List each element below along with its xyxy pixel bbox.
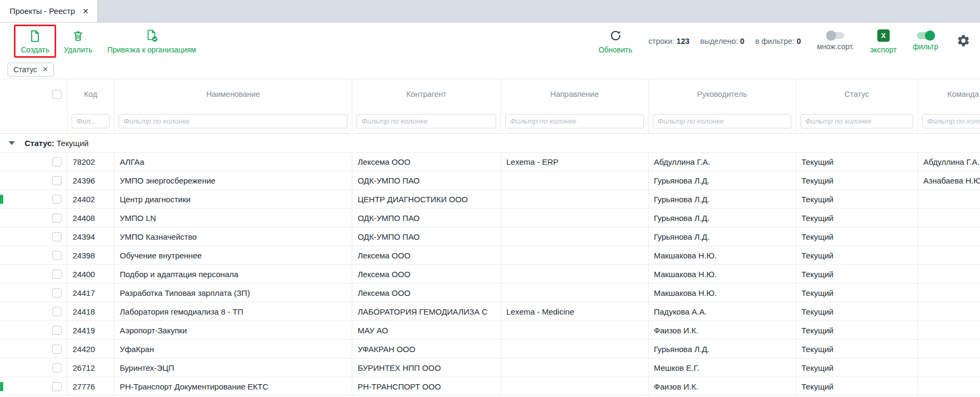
cell-team: Абдуллина Г.А. xyxy=(918,152,980,171)
link-organizations-button[interactable]: Привязка к организациям xyxy=(107,29,196,54)
refresh-button[interactable]: Обновить xyxy=(598,29,632,54)
cell-status: Текущий xyxy=(796,302,918,320)
table-row[interactable]: 24398 Обучение внутреннее Лексема ООО Ма… xyxy=(0,246,980,265)
create-button[interactable]: Создать xyxy=(21,29,49,54)
cell-direction xyxy=(501,246,649,264)
cell-status: Текущий xyxy=(796,284,918,302)
row-expand-cell xyxy=(0,209,24,227)
cell-name: Аэропорт-Закупки xyxy=(114,321,352,339)
group-row-label: Статус: Текущий xyxy=(24,139,89,148)
tab-projects-registry[interactable]: Проекты - Реестр ✕ xyxy=(0,0,98,22)
row-checkbox[interactable] xyxy=(52,288,61,297)
row-check-cell xyxy=(47,321,67,339)
header-handle-cell xyxy=(24,79,47,109)
table-row[interactable]: 24419 Аэропорт-Закупки МАУ АО Фаизов И.К… xyxy=(0,321,980,340)
manager-filter-input[interactable] xyxy=(653,114,791,128)
cell-team xyxy=(918,265,980,283)
row-expand-cell xyxy=(0,171,24,189)
row-checkbox[interactable] xyxy=(52,213,61,223)
table-row[interactable]: 24417 Разработка Типовая зарплата (ЗП) Л… xyxy=(0,284,980,302)
cell-code: 24396 xyxy=(67,171,114,189)
cell-status: Текущий xyxy=(796,246,918,264)
row-handle-cell xyxy=(24,227,47,246)
chip-close-icon[interactable]: ✕ xyxy=(42,65,48,73)
table-row[interactable]: 24408 УМПО LN ОДК-УМПО ПАО Гурьянова Л.Д… xyxy=(0,209,980,227)
cell-direction xyxy=(501,284,649,302)
cell-team xyxy=(918,302,980,320)
column-header-team[interactable]: Команда xyxy=(918,79,980,109)
table-row[interactable]: 24400 Подбор и адаптация персонала Лексе… xyxy=(0,265,980,284)
table-row[interactable]: 78202 АЛГАа Лексема ООО Lexema - ERP Абд… xyxy=(0,152,980,171)
table-row[interactable]: 24420 УфаКран УФАКРАН ООО Гурьянова Л.Д.… xyxy=(0,340,980,358)
collapse-group-icon[interactable] xyxy=(9,141,15,145)
select-all-checkbox[interactable] xyxy=(52,90,61,99)
cell-counterparty: РН-ТРАНСПОРТ ООО xyxy=(352,377,501,395)
cell-direction xyxy=(501,340,649,358)
row-expand-cell xyxy=(0,302,24,320)
cell-team xyxy=(918,358,980,377)
rows-count: строки: 123 xyxy=(649,37,690,45)
row-checkbox[interactable] xyxy=(52,251,61,260)
cell-counterparty: ОДК-УМПО ПАО xyxy=(352,227,501,246)
cell-name: АЛГАа xyxy=(114,152,352,171)
gear-icon xyxy=(956,34,970,49)
column-header-direction[interactable]: Направление xyxy=(501,79,649,109)
cell-team xyxy=(918,377,980,395)
cell-team xyxy=(918,227,980,246)
cell-code: 27776 xyxy=(67,377,114,395)
cell-manager: Мешков Е.Г. xyxy=(649,358,796,377)
column-header-counterparty[interactable]: Контрагент xyxy=(352,79,501,109)
cell-manager: Гурьянова Л.Д. xyxy=(649,171,796,189)
delete-button[interactable]: Удалить xyxy=(64,29,92,54)
status-filter-chip[interactable]: Статус ✕ xyxy=(7,63,54,77)
counterparty-filter-input[interactable] xyxy=(357,114,496,128)
cell-manager: Макшакова Н.Ю. xyxy=(649,265,796,283)
cell-counterparty: Лексема ООО xyxy=(352,265,501,283)
table-row[interactable]: 24402 Центр диагностики ЦЕНТР ДИАГНОСТИК… xyxy=(0,190,980,209)
table-row[interactable]: 24418 Лаборатория гемодиализа 8 - ТП ЛАБ… xyxy=(0,302,980,321)
table-row[interactable]: 27776 РН-Транспорт Документирование ЕКТС… xyxy=(0,377,980,396)
table-row[interactable]: 24394 УМПО Казначейство ОДК-УМПО ПАО Гур… xyxy=(0,227,980,246)
row-check-cell xyxy=(47,265,67,283)
row-handle-cell xyxy=(24,190,47,208)
cell-counterparty: Лексема ООО xyxy=(352,284,501,302)
export-button[interactable]: X экспорт xyxy=(870,29,897,54)
cell-team: Азнабаева Н.Ю. xyxy=(918,171,980,189)
settings-button[interactable] xyxy=(956,34,970,49)
row-checkbox[interactable] xyxy=(52,176,61,185)
column-header-code[interactable]: Код xyxy=(67,79,114,109)
name-filter-input[interactable] xyxy=(119,114,348,128)
table-row[interactable]: 26712 Буринтех-ЭЦП БУРИНТЕХ НПП ООО Мешк… xyxy=(0,358,980,377)
row-checkbox[interactable] xyxy=(52,157,61,166)
row-checkbox[interactable] xyxy=(52,363,61,372)
status-filter-input[interactable] xyxy=(800,114,913,128)
row-checkbox[interactable] xyxy=(52,382,61,391)
row-check-cell xyxy=(47,227,67,246)
tab-close-icon[interactable]: ✕ xyxy=(82,7,89,16)
row-checkbox[interactable] xyxy=(52,326,61,335)
cell-team xyxy=(918,190,980,208)
column-header-manager[interactable]: Руководитель xyxy=(649,79,796,109)
grid-header-row: Код Наименование Контрагент Направление … xyxy=(0,79,980,109)
cell-status: Текущий xyxy=(796,358,918,377)
cell-manager: Абдуллина Г.А. xyxy=(649,152,796,171)
row-checkbox[interactable] xyxy=(52,270,61,279)
filter-chips-row: Статус ✕ xyxy=(0,60,980,79)
filter-toggle[interactable]: фильтр xyxy=(913,32,938,51)
team-filter-input[interactable] xyxy=(922,114,980,128)
cell-manager: Гурьянова Л.Д. xyxy=(649,190,796,208)
group-row-status-current[interactable]: Статус: Текущий xyxy=(0,134,980,152)
direction-filter-input[interactable] xyxy=(505,114,644,128)
code-filter-input[interactable] xyxy=(72,114,110,128)
column-header-name[interactable]: Наименование xyxy=(114,79,352,109)
row-checkbox[interactable] xyxy=(52,307,61,316)
multisort-toggle[interactable]: множ.сорт. xyxy=(817,32,854,51)
row-checkbox[interactable] xyxy=(52,232,61,241)
row-checkbox[interactable] xyxy=(52,345,61,354)
chip-label: Статус xyxy=(13,65,37,74)
column-header-status[interactable]: Статус xyxy=(796,79,918,109)
table-row[interactable]: 24396 УМПО энергосбережение ОДК-УМПО ПАО… xyxy=(0,171,980,190)
row-checkbox[interactable] xyxy=(52,195,61,204)
refresh-icon xyxy=(609,29,622,43)
grid-filter-row xyxy=(0,109,980,134)
